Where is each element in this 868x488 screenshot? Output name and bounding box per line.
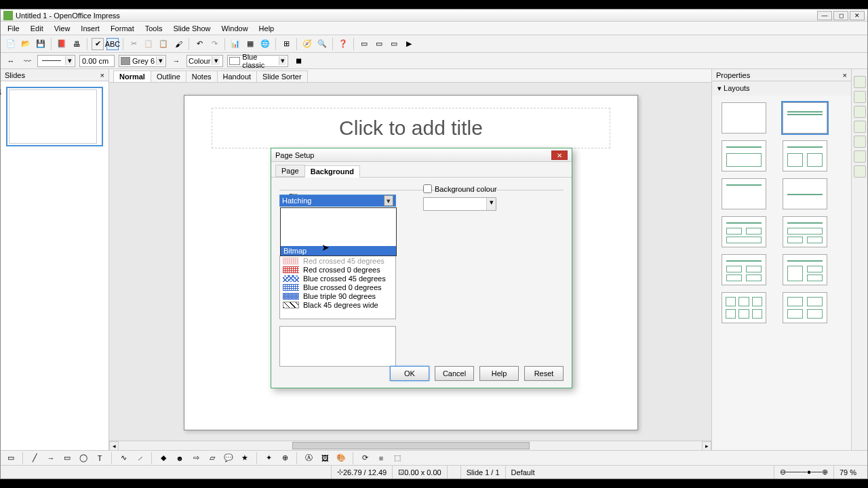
option-gradient[interactable]: Gradient <box>281 227 396 237</box>
gallery-icon[interactable] <box>854 150 866 163</box>
arrow-style-icon[interactable]: ↔ <box>5 55 17 67</box>
layout-title-only-2[interactable] <box>722 178 766 209</box>
close-button[interactable]: ✕ <box>850 11 865 20</box>
layout-2x2[interactable] <box>722 254 766 285</box>
rotate-icon[interactable]: ⟳ <box>359 452 371 464</box>
tab-page[interactable]: Page <box>275 165 305 177</box>
maximize-button[interactable]: ◻ <box>833 11 848 20</box>
hatching-pattern-list[interactable]: Red crossed 45 degrees Red crossed 0 deg… <box>279 256 396 319</box>
rectangle-icon[interactable]: ▭ <box>61 452 73 464</box>
chevron-down-icon[interactable]: ▾ <box>384 195 393 206</box>
shadow-icon[interactable]: ◼ <box>292 55 304 67</box>
align-icon[interactable]: ≡ <box>375 452 387 464</box>
menu-format[interactable]: Format <box>106 23 138 34</box>
slide-layout-icon[interactable]: ▭ <box>388 38 400 50</box>
pattern-item[interactable]: Blue triple 90 degrees <box>280 291 395 300</box>
titlebar[interactable]: Untitled 1 - OpenOffice Impress — ◻ ✕ <box>1 9 867 22</box>
custom-animation-icon[interactable] <box>854 106 866 118</box>
presentation-icon[interactable]: ▶ <box>403 38 415 50</box>
paste-icon[interactable]: 📋 <box>157 38 170 50</box>
slide-transition-icon[interactable] <box>854 121 866 133</box>
scrollbar-thumb[interactable] <box>292 442 530 449</box>
new-icon[interactable]: 📄 <box>5 38 17 50</box>
pattern-item[interactable]: Black 45 degrees wide <box>280 300 395 309</box>
pattern-item[interactable]: Blue crossed 0 degrees <box>280 283 395 291</box>
menu-file[interactable]: File <box>3 23 24 34</box>
help-icon[interactable]: ❓ <box>337 38 349 50</box>
title-placeholder[interactable]: Click to add title <box>212 108 610 148</box>
tab-background[interactable]: Background <box>304 165 360 178</box>
copy-icon[interactable]: 📋 <box>142 38 155 50</box>
menu-slideshow[interactable]: Slide Show <box>169 23 214 34</box>
tab-outline[interactable]: Outline <box>151 70 186 82</box>
tab-normal[interactable]: Normal <box>113 70 151 82</box>
zoom-icon[interactable]: 🔍 <box>316 38 328 50</box>
menu-edit[interactable]: Edit <box>26 23 47 34</box>
table-icon[interactable]: ▦ <box>244 38 256 50</box>
dialog-titlebar[interactable]: Page Setup ✕ <box>271 148 572 162</box>
text-icon[interactable]: T <box>94 452 106 464</box>
line-icon[interactable]: ╱ <box>28 452 41 464</box>
save-icon[interactable]: 💾 <box>35 38 47 50</box>
line-style-icon[interactable]: 〰 <box>21 55 33 67</box>
ellipse-icon[interactable]: ◯ <box>77 452 90 464</box>
symbol-shapes-icon[interactable]: ☻ <box>174 452 186 464</box>
gallery-btn-icon[interactable]: 🎨 <box>335 452 347 464</box>
layout-title-only[interactable] <box>783 102 827 134</box>
select-icon[interactable]: ▭ <box>5 452 17 464</box>
scroll-left-icon[interactable]: ◂ <box>109 441 119 450</box>
line-width-spinner[interactable]: 0.00 cm <box>79 55 115 67</box>
zoom-value[interactable]: 79 % <box>834 466 862 479</box>
reset-button[interactable]: Reset <box>524 366 564 381</box>
layout-2over1[interactable] <box>722 216 766 247</box>
ok-button[interactable]: OK <box>390 366 429 381</box>
menu-tools[interactable]: Tools <box>141 23 167 34</box>
pattern-item[interactable]: Red crossed 45 degrees <box>280 256 395 265</box>
fill-type-dropdown[interactable]: Hatching ▾ None Colour Gradient Hatching… <box>279 195 396 207</box>
bgcolor-checkbox-input[interactable] <box>423 184 432 193</box>
fontwork-icon[interactable]: Ⓐ <box>302 452 315 464</box>
pattern-item[interactable]: Red crossed 0 degrees <box>280 265 395 274</box>
background-colour-combo[interactable]: ▾ <box>423 197 496 211</box>
option-hatching[interactable]: Hatching <box>281 237 396 246</box>
close-icon[interactable]: × <box>843 71 847 79</box>
open-icon[interactable]: 📂 <box>20 38 32 50</box>
grid-icon[interactable]: ⊞ <box>280 38 292 50</box>
curve-icon[interactable]: ∿ <box>117 452 130 464</box>
from-file-icon[interactable]: 🖼 <box>319 452 331 464</box>
basic-shapes-icon[interactable]: ◆ <box>157 452 170 464</box>
slide-design-icon[interactable]: ▭ <box>373 38 385 50</box>
format-paint-icon[interactable]: 🖌 <box>172 38 184 50</box>
line-style-combo[interactable]: ▾ <box>37 55 75 67</box>
flowcharts-icon[interactable]: ▱ <box>206 452 218 464</box>
glue-icon[interactable]: ⊕ <box>279 452 291 464</box>
layout-blank[interactable] <box>722 102 766 134</box>
scroll-right-icon[interactable]: ▸ <box>702 441 711 450</box>
line-color-combo[interactable]: Grey 6▾ <box>119 55 166 67</box>
menu-view[interactable]: View <box>50 23 75 34</box>
close-icon[interactable]: ✕ <box>551 150 568 160</box>
layout-l-shape[interactable] <box>783 254 827 285</box>
tab-notes[interactable]: Notes <box>186 70 218 82</box>
print-icon[interactable]: 🖶 <box>71 38 83 50</box>
horizontal-scrollbar[interactable]: ◂ ▸ <box>109 441 711 450</box>
close-icon[interactable]: × <box>100 71 104 79</box>
callouts-icon[interactable]: 💬 <box>222 452 235 464</box>
master-pages-icon[interactable] <box>854 91 866 103</box>
pattern-item[interactable]: Blue crossed 45 degrees <box>280 274 395 283</box>
layout-1over2[interactable] <box>783 216 827 247</box>
redo-icon[interactable]: ↷ <box>208 38 220 50</box>
slide-icon[interactable]: ▭ <box>358 38 370 50</box>
cancel-button[interactable]: Cancel <box>435 366 474 381</box>
stars-icon[interactable]: ★ <box>239 452 251 464</box>
zoom-slider[interactable]: ⊖────●──⊕ <box>774 466 834 479</box>
layouts-header[interactable]: ▾ Layouts <box>712 81 851 96</box>
option-bitmap[interactable]: Bitmap <box>281 246 396 256</box>
layout-six[interactable] <box>722 292 766 323</box>
block-arrows-icon[interactable]: ⇨ <box>190 452 202 464</box>
layout-four[interactable] <box>783 292 827 323</box>
layout-two-content[interactable] <box>783 140 827 171</box>
arrow-end-icon[interactable]: → <box>170 55 182 67</box>
arrange-icon[interactable]: ⬚ <box>391 452 403 464</box>
option-colour[interactable]: Colour <box>281 218 396 227</box>
